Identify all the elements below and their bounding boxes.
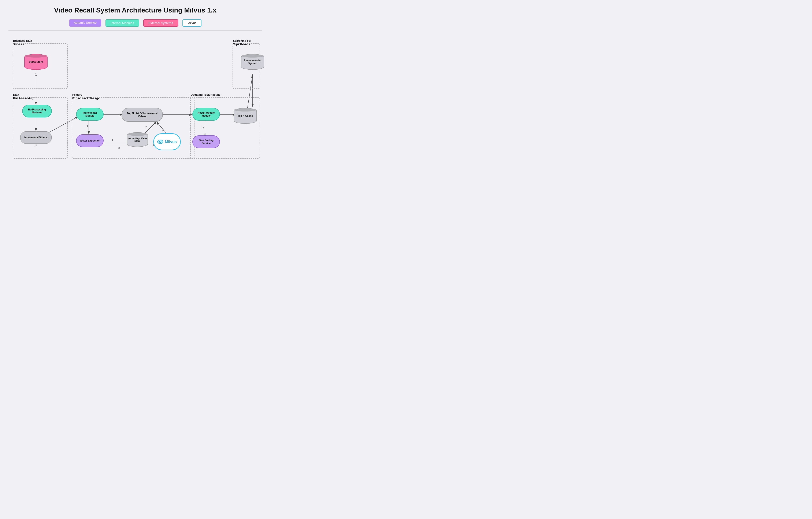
fine-sorting-node: Fine Sorting Service — [192, 135, 220, 148]
page-container: Video Recall System Architecture Using M… — [0, 0, 270, 181]
top-k-cache-node: Top K Cache — [234, 108, 257, 124]
diagram: 1 2 3 1 2 3 — [8, 37, 262, 172]
searching-label: Searching For Topk Results — [233, 39, 251, 46]
feature-extraction-box: Feature Extraction & Storage — [72, 97, 195, 159]
updating-box: Updating Topk Results — [190, 97, 260, 159]
page-title: Video Recall System Architecture Using M… — [8, 6, 262, 14]
svg-point-36 — [160, 141, 161, 142]
legend-internal: Internal Modules — [106, 19, 139, 27]
legend: Automic Service Internal Modules Externa… — [8, 19, 262, 27]
updating-label: Updating Topk Results — [191, 93, 221, 97]
top-n-list-node: Top N List Of Incremental Videos — [121, 108, 163, 122]
legend-atomic: Automic Service — [69, 19, 101, 27]
recommender-node: Recommender System — [241, 54, 264, 70]
milvus-node: Milvus — [153, 133, 181, 150]
result-update-node: Result Update Module — [192, 108, 220, 120]
divider — [8, 30, 262, 31]
reprocessing-node: Re-Processing Modules — [22, 105, 52, 117]
video-store-node: Video Store — [24, 54, 48, 70]
incremental-module-node: Incremental Module — [76, 108, 104, 120]
incremental-videos-node: Incremental Videos — [20, 131, 52, 144]
feature-extraction-label: Feature Extraction & Storage — [72, 93, 99, 100]
vector-extraction-node: Vector Extraction — [76, 134, 104, 147]
legend-milvus: Milvus — [182, 19, 202, 27]
business-sources-label: Business Data Sources — [13, 39, 32, 46]
legend-external: External Systems — [143, 19, 178, 27]
milvus-eye-icon — [157, 140, 163, 144]
data-preprocessing-label: Data Pre-Processing — [13, 93, 33, 100]
vector-kv-node: Vector Key- Value Store — [127, 132, 148, 147]
